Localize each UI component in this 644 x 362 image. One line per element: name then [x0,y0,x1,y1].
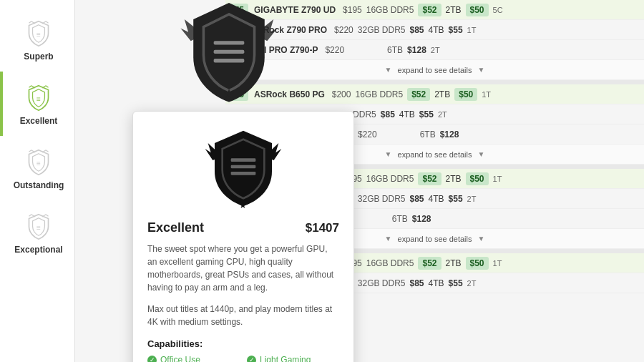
ram-price-badge: $52 [407,88,430,101]
svg-line-3 [29,21,31,24]
cap-label-office-use: Office Use [160,355,200,362]
ram-price-badge: $52 [418,257,441,270]
expand-arrow-left: ▼ [385,235,392,243]
content-area: ★ $55 GIGABYTE Z790 UD $195 16GB DDR5 $5… [75,0,644,362]
storage-label: 6TB [392,214,408,224]
sidebar-label-excellent: Excellent [20,116,58,126]
exceptional-shield-icon: ≡ [25,213,52,240]
sidebar-label-exceptional: Exceptional [14,245,62,255]
svg-text:≡: ≡ [36,31,41,39]
ram-price-badge: $52 [418,4,441,16]
storage-price: $55 [449,25,463,35]
storage-price-badge: $50 [454,88,477,101]
ram-label: 32GB DDR5 [358,194,406,204]
sidebar-item-exceptional[interactable]: ≡ Exceptional [0,200,74,265]
popup-card: ★ Excellent $1407 The sweet spot where y… [132,111,354,362]
expand-arrow-right: ▼ [477,66,484,74]
storage-price: $55 [449,194,463,204]
sidebar-item-superb[interactable]: ≡ Superb [0,7,74,72]
storage-price: $128 [440,129,459,140]
ram-label: 32GB DDR5 [358,25,406,35]
storage-label: 4TB [399,109,415,119]
svg-rect-24 [231,158,256,162]
sidebar-item-excellent[interactable]: ≡ Excellent [0,72,74,136]
capability-light-gaming[interactable]: ✓ Light Gaming [247,355,339,362]
capability-office-use[interactable]: ✓ Office Use [147,355,240,362]
storage-label: 2TB [446,258,462,268]
cap-dot-green: ✓ [247,356,256,363]
ram-label: 16GB DDR5 [366,174,414,184]
ram-price-badge: $52 [418,172,441,185]
svg-line-18 [29,215,31,217]
svg-rect-20 [214,41,245,44]
extra: 2T [438,110,447,119]
svg-rect-21 [214,50,245,54]
extra: 2T [467,195,477,203]
sidebar-label-superb: Superb [24,52,53,62]
storage-price-badge: $50 [466,257,489,270]
popup-shield-icon: ★ [204,126,283,212]
svg-rect-22 [214,59,245,62]
product-price: $195 [343,5,362,15]
extra-label: 5C [493,6,503,14]
storage-price-badge: $50 [466,172,489,185]
extra: 1T [467,26,477,34]
storage-price: $55 [449,278,463,288]
svg-text:≡: ≡ [36,95,41,103]
cap-dot-green: ✓ [147,356,157,363]
popup-title: Excellent [147,220,204,235]
expand-arrow-left: ▼ [385,150,392,158]
storage-label: 4TB [429,194,444,204]
expand-label: expand to see details [398,150,472,159]
expand-label: expand to see details [398,235,472,243]
storage-price: $128 [412,214,431,224]
svg-line-14 [46,150,48,152]
excellent-shield-icon: ≡ [25,84,52,112]
expand-label: expand to see details [398,66,472,74]
storage-label: 6TB [420,129,436,140]
sidebar-label-outstanding: Outstanding [14,180,64,190]
svg-line-19 [46,215,48,217]
popup-price: $1407 [306,221,339,235]
svg-line-8 [29,86,31,88]
storage-price: $55 [419,109,434,119]
ram-price: $85 [409,25,424,35]
ram-label: 16GB DDR5 [366,258,414,268]
svg-rect-25 [231,165,256,169]
superb-shield-icon: ≡ [25,20,52,47]
storage-label: 6TB [387,45,403,55]
popup-description: The sweet spot where you get a powerful … [147,243,339,294]
ram-price: $85 [409,278,424,288]
capabilities-col-right: ✓ Light Gaming ✓ Game Streaming ✓ VR Gam… [247,355,339,362]
svg-text:≡: ≡ [36,224,41,232]
extra: 1T [482,90,491,99]
sidebar-item-outstanding[interactable]: ≡ Outstanding [0,136,74,200]
main-layout: ≡ Superb ≡ Excellent [0,0,644,362]
ram-label: 16GB DDR5 [366,5,414,15]
capabilities-col-left: ✓ Office Use ✓ Heavy Gaming ✓ Photo Edit… [147,355,240,362]
expand-arrow-right: ▼ [477,150,484,158]
storage-label: 4TB [429,278,444,288]
extra: 2T [467,279,477,288]
svg-text:≡: ≡ [36,160,41,167]
storage-label: 2TB [434,89,450,99]
extra: 1T [493,175,502,183]
storage-price: $128 [407,45,426,55]
storage-price-badge: $50 [466,4,489,16]
ram-price: $85 [409,194,424,204]
extra: 1T [493,259,502,268]
expand-arrow-right: ▼ [477,235,484,243]
expand-arrow-left: ▼ [385,66,392,74]
storage-label: 4TB [429,25,444,35]
ram-label: 32GB DDR5 [358,278,406,288]
ram-label: 16GB DDR5 [355,89,403,99]
product-price: $220 [325,45,344,55]
capabilities-title: Capabilities: [147,338,339,349]
product-price: $220 [358,129,377,140]
popup-logo: ★ [147,126,339,212]
svg-line-9 [46,86,48,88]
sidebar: ≡ Superb ≡ Excellent [0,0,75,362]
product-price: $220 [334,25,353,35]
popup-extra-description: Max out titles at 1440p, and play modern… [147,303,339,328]
product-price: $200 [332,89,351,99]
